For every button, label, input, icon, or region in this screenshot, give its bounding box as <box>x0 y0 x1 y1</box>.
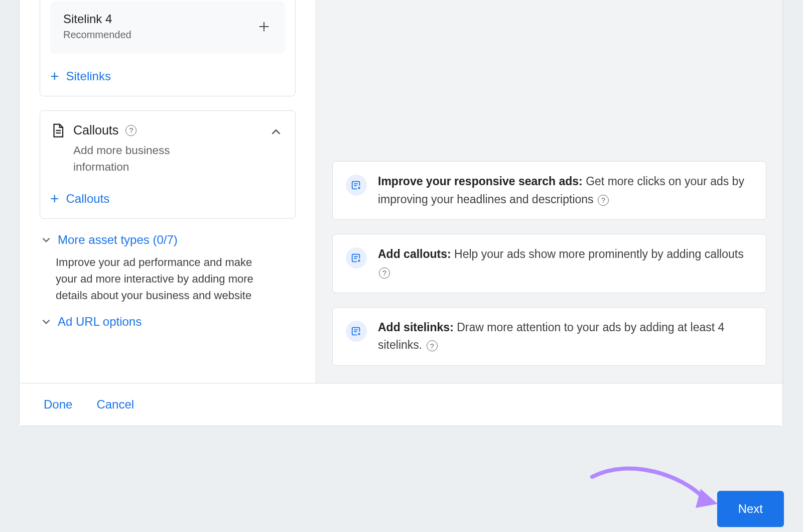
recommendation-icon <box>346 321 367 342</box>
suggestion-text: Improve your responsive search ads: Get … <box>378 173 753 208</box>
add-callouts-label: Callouts <box>66 192 110 206</box>
done-button[interactable]: Done <box>44 397 72 412</box>
add-sitelinks-button[interactable]: + Sitelinks <box>50 69 111 84</box>
more-asset-types-label: More asset types (0/7) <box>58 233 178 247</box>
add-callouts-button[interactable]: + Callouts <box>50 191 109 206</box>
suggestion-add-callouts[interactable]: Add callouts: Help your ads show more pr… <box>332 234 766 293</box>
more-asset-types-toggle[interactable]: More asset types (0/7) <box>40 233 296 247</box>
sitelink-tile-4[interactable]: Sitelink 4 Recommended <box>50 1 285 54</box>
callouts-title: Callouts <box>73 123 118 138</box>
cancel-button[interactable]: Cancel <box>96 397 134 412</box>
next-button[interactable]: Next <box>717 491 784 527</box>
upper-split: Sitelink 4 Recommended + Sitelinks <box>20 0 782 383</box>
callouts-subtitle: Add more business information <box>73 143 224 175</box>
svg-marker-22 <box>696 489 718 508</box>
sitelink-tile-title: Sitelink 4 <box>63 12 131 26</box>
plus-icon: + <box>50 69 59 84</box>
suggestion-text: Add sitelinks: Draw more attention to yo… <box>378 319 753 354</box>
suggestion-add-sitelinks[interactable]: Add sitelinks: Draw more attention to yo… <box>332 307 766 366</box>
sitelinks-card: Sitelink 4 Recommended + Sitelinks <box>40 0 296 96</box>
more-asset-types-desc: Improve your ad performance and make you… <box>40 247 271 308</box>
help-icon[interactable]: ? <box>125 125 137 136</box>
right-column: Improve your responsive search ads: Get … <box>316 0 782 383</box>
suggestion-title: Add callouts: <box>378 247 451 260</box>
footer-bar: Done Cancel <box>20 383 782 426</box>
document-icon <box>50 123 65 140</box>
help-icon[interactable]: ? <box>598 195 609 206</box>
plus-icon[interactable] <box>256 19 272 35</box>
suggestion-improve-rsa[interactable]: Improve your responsive search ads: Get … <box>332 161 766 220</box>
plus-icon: + <box>50 191 59 206</box>
sitelink-tile-sub: Recommended <box>63 29 131 41</box>
annotation-arrow-icon <box>587 462 718 517</box>
help-icon[interactable]: ? <box>379 268 390 279</box>
callouts-card-head-left: Callouts ? Add more business information <box>50 123 224 175</box>
suggestion-title: Improve your responsive search ads: <box>378 175 583 188</box>
recommendation-icon <box>346 247 367 269</box>
callouts-title-row: Callouts ? <box>73 123 224 138</box>
ad-url-options-toggle[interactable]: Ad URL options <box>40 315 296 329</box>
callouts-card: Callouts ? Add more business information… <box>40 110 296 219</box>
sitelink-tile-text: Sitelink 4 Recommended <box>63 12 131 41</box>
add-sitelinks-label: Sitelinks <box>66 69 111 83</box>
recommendation-icon <box>346 175 367 196</box>
suggestion-text: Add callouts: Help your ads show more pr… <box>378 245 753 281</box>
left-column: Sitelink 4 Recommended + Sitelinks <box>20 0 316 383</box>
chevron-up-icon[interactable] <box>267 123 285 141</box>
help-icon[interactable]: ? <box>427 340 438 351</box>
suggestion-title: Add sitelinks: <box>378 321 454 334</box>
chevron-down-icon <box>40 315 53 328</box>
chevron-down-icon <box>40 233 53 246</box>
ad-url-options-label: Ad URL options <box>58 315 142 329</box>
callouts-card-head: Callouts ? Add more business information <box>50 123 285 175</box>
app-frame: Sitelink 4 Recommended + Sitelinks <box>19 0 783 426</box>
suggestion-body: Help your ads show more prominently by a… <box>454 247 744 260</box>
